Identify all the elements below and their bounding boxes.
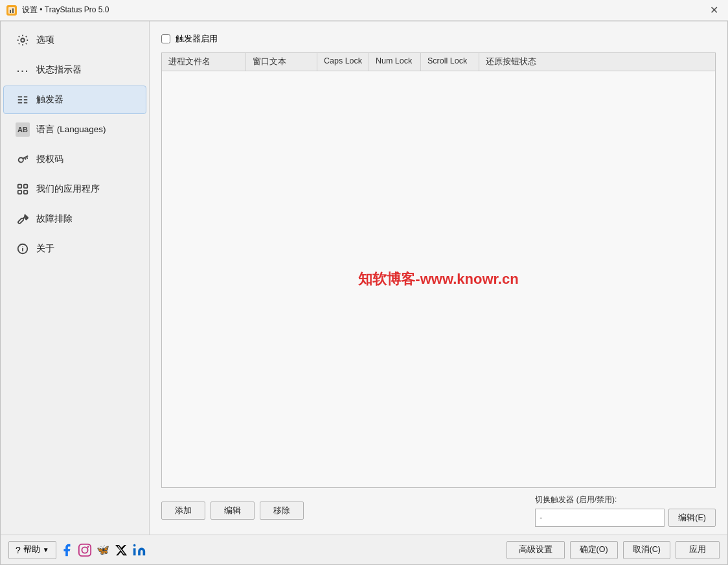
footer-left: ? 帮助 ▼ 🦋 (8, 541, 147, 559)
svg-line-13 (27, 157, 27, 159)
col-header-num: Num Lock (369, 53, 421, 71)
svg-rect-1 (8, 7, 15, 14)
sidebar-label-license: 授权码 (36, 154, 63, 165)
sidebar-label-status: 状态指示器 (36, 64, 82, 76)
key-icon (16, 152, 30, 167)
svg-rect-18 (24, 190, 27, 194)
action-buttons-left: 添加 编辑 移除 (161, 502, 304, 520)
sidebar: 选项 ··· 状态指示器 触 (1, 21, 150, 535)
trigger-table: 进程文件名 窗口文本 Caps Lock Num Lock Scroll Loc… (161, 52, 716, 488)
svg-point-21 (22, 246, 23, 247)
col-header-scroll: Scroll Lock (421, 53, 479, 71)
sidebar-label-about: 关于 (36, 243, 54, 255)
svg-point-4 (21, 38, 24, 41)
col-header-restore: 还原按钮状态 (479, 53, 715, 71)
svg-rect-3 (12, 8, 14, 13)
advanced-settings-button[interactable]: 高级设置 (506, 541, 565, 559)
title-bar: 设置 • TrayStatus Pro 5.0 ✕ (0, 0, 728, 21)
toggle-row: - 编辑(E) (535, 509, 716, 527)
svg-line-14 (25, 158, 26, 160)
sidebar-item-status[interactable]: ··· 状态指示器 (3, 56, 146, 84)
wrench-icon (16, 212, 30, 226)
info-icon (16, 242, 30, 256)
dots-icon: ··· (16, 63, 30, 77)
bluesky-icon[interactable]: 🦋 (95, 542, 111, 558)
window-body: 选项 ··· 状态指示器 触 (0, 21, 728, 565)
trigger-enabled-label[interactable]: 触发器启用 (176, 33, 218, 45)
trigger-enabled-checkbox[interactable] (161, 34, 170, 43)
svg-rect-16 (24, 185, 27, 188)
apply-button[interactable]: 应用 (676, 541, 720, 559)
sidebar-label-trigger: 触发器 (36, 94, 63, 106)
app-icon (5, 4, 18, 17)
action-bar-right: 切换触发器 (启用/禁用): - 编辑(E) (535, 494, 716, 527)
edit-trigger-button[interactable]: 编辑 (210, 502, 255, 520)
remove-button[interactable]: 移除 (260, 502, 304, 520)
table-header: 进程文件名 窗口文本 Caps Lock Num Lock Scroll Loc… (162, 53, 715, 71)
svg-rect-2 (10, 10, 11, 13)
trigger-icon (16, 93, 30, 107)
col-header-caps: Caps Lock (317, 53, 369, 71)
sidebar-item-trigger[interactable]: 触发器 (3, 86, 146, 114)
svg-rect-22 (79, 544, 91, 555)
table-body: 知软博客-www.knowr.cn (162, 71, 715, 487)
sidebar-label-troubleshoot: 故障排除 (36, 213, 73, 225)
help-label: 帮助 (23, 544, 40, 555)
gear-icon (16, 33, 30, 47)
trigger-header: 触发器启用 (161, 33, 716, 45)
sidebar-item-about[interactable]: 关于 (3, 235, 146, 263)
title-bar-text: 设置 • TrayStatus Pro 5.0 (22, 5, 705, 16)
footer-bar: ? 帮助 ▼ 🦋 (1, 535, 727, 564)
svg-point-25 (133, 544, 136, 546)
svg-point-24 (87, 546, 89, 548)
col-header-process: 进程文件名 (162, 53, 246, 71)
toggle-edit-button[interactable]: 编辑(E) (668, 509, 716, 527)
language-icon: AB (16, 122, 30, 137)
footer-right: 高级设置 确定(O) 取消(C) 应用 (506, 541, 720, 559)
facebook-icon[interactable] (59, 542, 74, 558)
content-area: 选项 ··· 状态指示器 触 (1, 21, 727, 535)
linkedin-icon[interactable] (131, 542, 147, 558)
cancel-button[interactable]: 取消(C) (623, 541, 670, 559)
sidebar-item-license[interactable]: 授权码 (3, 145, 146, 174)
svg-point-11 (19, 157, 23, 162)
twitter-x-icon[interactable] (113, 542, 129, 558)
ok-button[interactable]: 确定(O) (570, 541, 618, 559)
toggle-label: 切换触发器 (启用/禁用): (535, 494, 617, 505)
main-panel: 触发器启用 进程文件名 窗口文本 Caps Lock Num Lock Scro… (150, 21, 727, 535)
sidebar-item-language[interactable]: AB 语言 (Languages) (3, 115, 146, 144)
sidebar-item-options[interactable]: 选项 (3, 26, 146, 54)
svg-point-23 (82, 547, 87, 553)
dropdown-arrow-icon: ▼ (43, 546, 49, 553)
sidebar-item-apps[interactable]: 我们的应用程序 (3, 175, 146, 203)
help-button[interactable]: ? 帮助 ▼ (8, 541, 56, 559)
sidebar-item-troubleshoot[interactable]: 故障排除 (3, 205, 146, 233)
sidebar-label-language: 语言 (Languages) (36, 124, 106, 135)
add-button[interactable]: 添加 (161, 502, 205, 520)
close-button[interactable]: ✕ (705, 1, 723, 19)
sidebar-label-apps: 我们的应用程序 (36, 183, 100, 195)
svg-rect-17 (18, 190, 21, 194)
grid-icon (16, 182, 30, 196)
svg-rect-15 (18, 185, 21, 188)
col-header-window: 窗口文本 (246, 53, 317, 71)
instagram-icon[interactable] (77, 542, 93, 558)
sidebar-label-options: 选项 (36, 34, 54, 46)
question-icon: ? (16, 545, 21, 555)
toggle-value: - (535, 509, 665, 527)
watermark-text: 知软博客-www.knowr.cn (358, 270, 518, 289)
action-bar: 添加 编辑 移除 切换触发器 (启用/禁用): - 编辑(E) (161, 494, 716, 527)
